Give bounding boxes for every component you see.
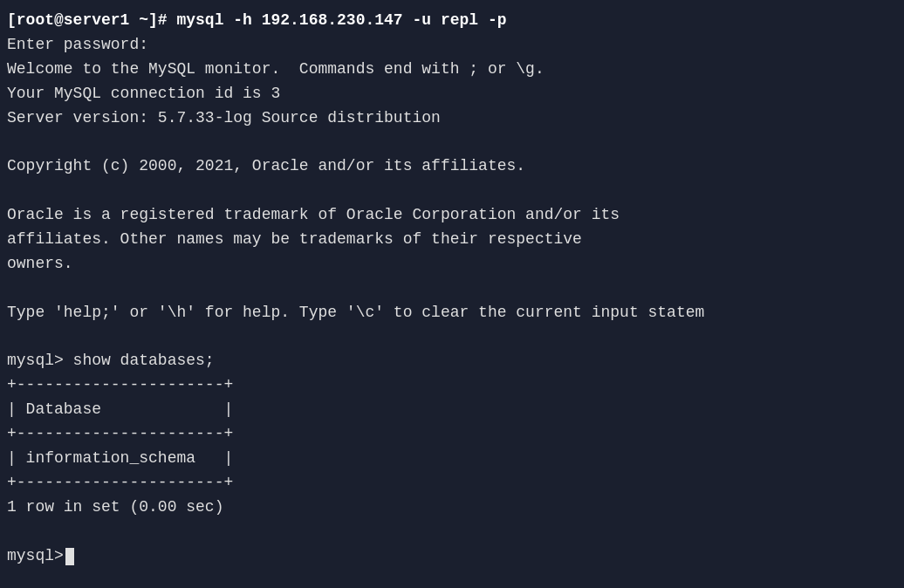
line-19: | information_schema | [7,447,897,471]
prompt-text: mysql> [7,544,64,569]
cursor-block [65,548,74,565]
terminal-content: [root@server1 ~]# mysql -h 192.168.230.1… [7,9,897,568]
line-16: +----------------------+ [7,373,897,398]
line-3: Welcome to the MySQL monitor. Commands e… [7,58,897,82]
line-7: Copyright (c) 2000, 2021, Oracle and/or … [7,154,897,179]
line-8 [7,179,897,203]
terminal-window[interactable]: [root@server1 ~]# mysql -h 192.168.230.1… [0,0,904,588]
line-21: 1 row in set (0.00 sec) [7,496,897,520]
line-5: Server version: 5.7.33-log Source distri… [7,106,897,131]
line-2: Enter password: [7,33,897,58]
line-10: affiliates. Other names may be trademark… [7,228,897,252]
line-18: +----------------------+ [7,422,897,447]
line-20: +----------------------+ [7,471,897,496]
line-13: Type 'help;' or '\h' for help. Type '\c'… [7,301,897,325]
line-1: [root@server1 ~]# mysql -h 192.168.230.1… [7,9,897,33]
line-15: mysql> show databases; [7,349,897,373]
line-4: Your MySQL connection id is 3 [7,82,897,106]
line-14 [7,325,897,350]
prompt-line[interactable]: mysql> [7,544,897,569]
line-6 [7,130,897,154]
line-22 [7,520,897,544]
line-12 [7,277,897,301]
line-11: owners. [7,252,897,277]
line-17: | Database | [7,398,897,422]
line-9: Oracle is a registered trademark of Orac… [7,203,897,228]
